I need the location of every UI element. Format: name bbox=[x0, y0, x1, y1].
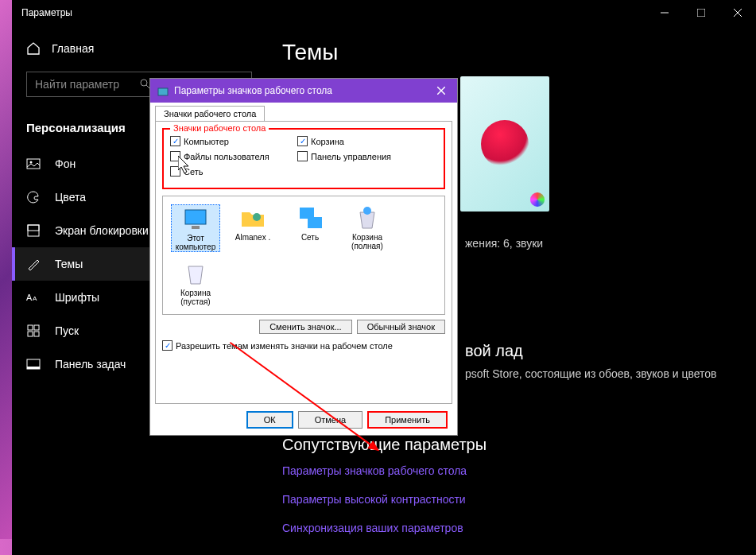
home-icon bbox=[26, 41, 41, 56]
dialog-tabs: Значки рабочего стола bbox=[150, 103, 457, 121]
dialog-title: Параметры значков рабочего стола bbox=[174, 85, 332, 96]
nav-label: Темы bbox=[55, 258, 83, 270]
dialog-icon bbox=[157, 84, 169, 97]
checkbox-label: Компьютер bbox=[184, 137, 229, 146]
theme-meta-text: жения: 6, звуки bbox=[465, 237, 543, 250]
checkbox-recycle[interactable]: ✓ Корзина bbox=[297, 136, 425, 146]
network-icon bbox=[297, 204, 324, 231]
close-button[interactable] bbox=[719, 0, 756, 25]
icons-fieldset: Значки рабочего стола ✓ Компьютер ✓ Корз… bbox=[162, 128, 445, 189]
checkbox-label: Корзина bbox=[311, 137, 344, 146]
link-sync-settings[interactable]: Синхронизация ваших параметров bbox=[282, 522, 463, 534]
icon-recycle-full[interactable]: Корзина (полная) bbox=[343, 204, 392, 252]
nav-label: Панель задач bbox=[55, 358, 126, 371]
icon-label: Almanex . bbox=[228, 233, 277, 242]
svg-point-26 bbox=[363, 207, 371, 215]
page-title: Темы bbox=[282, 40, 756, 65]
ok-button[interactable]: ОК bbox=[246, 411, 293, 429]
svg-rect-17 bbox=[27, 367, 40, 369]
start-icon bbox=[26, 324, 41, 338]
svg-text:A: A bbox=[33, 296, 37, 303]
more-themes-desc: psoft Store, состоящие из обоев, звуков … bbox=[465, 367, 717, 380]
desktop-wallpaper-left bbox=[0, 0, 12, 555]
icon-buttons-row: Сменить значок... Обычный значок bbox=[162, 320, 445, 334]
svg-rect-22 bbox=[192, 226, 200, 229]
icon-this-pc[interactable]: Этот компьютер bbox=[171, 204, 220, 252]
svg-rect-15 bbox=[34, 332, 39, 336]
theme-thumbnail[interactable] bbox=[460, 76, 549, 212]
icon-network[interactable]: Сеть bbox=[285, 204, 335, 252]
checkbox-label: Разрешить темам изменять значки на рабоч… bbox=[176, 341, 393, 351]
nav-label: Цвета bbox=[55, 191, 86, 204]
apply-button[interactable]: Применить bbox=[367, 411, 448, 429]
nav-label: Фон bbox=[55, 157, 76, 170]
nav-label: Шрифты bbox=[55, 291, 99, 304]
dialog-close-button[interactable] bbox=[425, 79, 457, 103]
dialog-body: Значки рабочего стола ✓ Компьютер ✓ Корз… bbox=[155, 121, 452, 404]
dialog-titlebar[interactable]: Параметры значков рабочего стола bbox=[150, 79, 457, 103]
icon-label: Сеть bbox=[285, 233, 335, 242]
svg-point-4 bbox=[141, 80, 147, 86]
svg-rect-1 bbox=[697, 9, 705, 17]
svg-point-7 bbox=[30, 161, 33, 164]
window-titlebar: Параметры bbox=[12, 0, 756, 25]
nav-label: Экран блокировки bbox=[55, 224, 149, 237]
svg-rect-25 bbox=[308, 217, 322, 228]
checkbox-allow-themes[interactable]: ✓ Разрешить темам изменять значки на раб… bbox=[162, 340, 445, 351]
nav-label: Пуск bbox=[55, 324, 79, 337]
mouse-cursor bbox=[178, 156, 192, 178]
svg-rect-18 bbox=[158, 88, 168, 95]
default-icon-button[interactable]: Обычный значок bbox=[357, 320, 445, 334]
svg-text:A: A bbox=[26, 293, 33, 303]
search-placeholder: Найти параметр bbox=[35, 78, 139, 91]
maximize-button[interactable] bbox=[683, 0, 719, 25]
palette-icon bbox=[26, 190, 41, 204]
folder-icon bbox=[239, 204, 266, 231]
icon-user-folder[interactable]: Almanex . bbox=[228, 204, 277, 252]
fieldset-legend: Значки рабочего стола bbox=[170, 123, 269, 133]
change-icon-button[interactable]: Сменить значок... bbox=[259, 320, 352, 334]
svg-point-23 bbox=[253, 213, 261, 221]
checkbox-control[interactable]: Панель управления bbox=[297, 151, 425, 161]
checkbox-icon bbox=[297, 151, 308, 161]
pc-icon bbox=[182, 205, 209, 232]
checkbox-icon: ✓ bbox=[162, 340, 173, 351]
link-high-contrast[interactable]: Параметры высокой контрастности bbox=[282, 493, 466, 506]
checkbox-computer[interactable]: ✓ Компьютер bbox=[170, 136, 297, 146]
icon-label: Корзина (полная) bbox=[343, 233, 392, 250]
link-desktop-icons[interactable]: Параметры значков рабочего стола bbox=[282, 464, 467, 477]
icon-preview-list[interactable]: Этот компьютер Almanex . Сеть Корзина (п… bbox=[162, 196, 445, 315]
color-wheel-icon bbox=[530, 192, 545, 207]
brush-icon bbox=[26, 257, 41, 271]
window-title: Параметры bbox=[21, 7, 72, 18]
checkbox-icon: ✓ bbox=[170, 136, 180, 146]
icon-label: Этот компьютер bbox=[172, 234, 219, 251]
desktop-icons-dialog: Параметры значков рабочего стола Значки … bbox=[149, 78, 458, 436]
window-controls bbox=[646, 0, 756, 25]
related-heading: Сопутствующие параметры bbox=[282, 436, 487, 454]
icon-recycle-empty[interactable]: Корзина (пустая) bbox=[171, 260, 220, 306]
font-icon: AA bbox=[26, 290, 41, 305]
tab-desktop-icons[interactable]: Значки рабочего стола bbox=[155, 106, 265, 121]
more-themes-heading: вой лад bbox=[465, 342, 523, 360]
svg-rect-24 bbox=[300, 208, 314, 219]
minimize-button[interactable] bbox=[646, 0, 683, 25]
icon-label: Корзина (пустая) bbox=[171, 289, 220, 306]
svg-rect-9 bbox=[28, 225, 39, 231]
recycle-empty-icon bbox=[182, 260, 209, 287]
checkbox-icon: ✓ bbox=[297, 136, 308, 146]
image-icon bbox=[26, 157, 41, 171]
svg-rect-12 bbox=[28, 325, 33, 330]
home-label: Главная bbox=[52, 42, 94, 55]
checkbox-label: Файлы пользователя bbox=[184, 152, 269, 161]
recycle-full-icon bbox=[354, 204, 381, 231]
svg-rect-21 bbox=[185, 210, 206, 224]
svg-rect-13 bbox=[34, 325, 39, 330]
home-link[interactable]: Главная bbox=[12, 35, 266, 62]
content-area: Темы жения: 6, звуки вой лад psoft Store… bbox=[282, 40, 756, 81]
taskbar-icon bbox=[26, 357, 41, 371]
checkbox-label: Панель управления bbox=[311, 152, 391, 161]
svg-rect-14 bbox=[28, 332, 33, 336]
lockscreen-icon bbox=[26, 223, 41, 238]
theme-preview-group bbox=[460, 76, 549, 218]
